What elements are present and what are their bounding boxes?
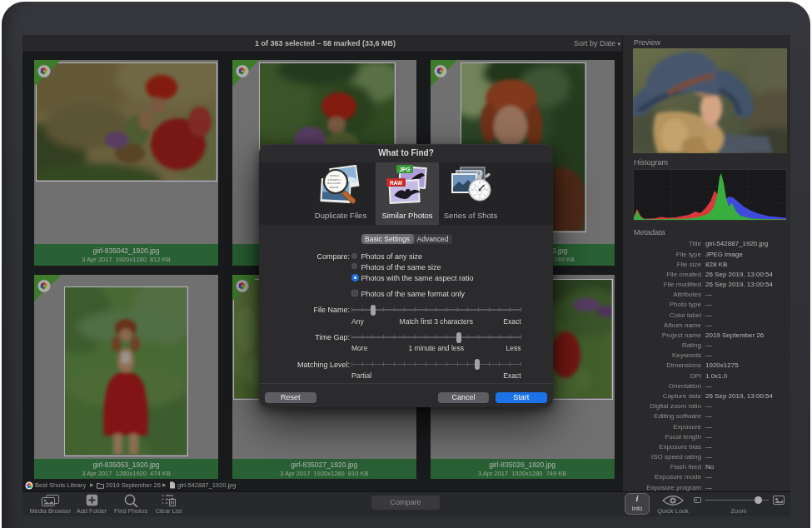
svg-text:1101011: 1101011	[327, 178, 341, 182]
svg-text:RAW: RAW	[390, 180, 403, 186]
svg-text:0111101: 0111101	[327, 182, 341, 185]
svg-text:10110: 10110	[329, 186, 339, 189]
svg-text:01011: 01011	[330, 174, 340, 177]
svg-text:JPG: JPG	[399, 167, 410, 172]
